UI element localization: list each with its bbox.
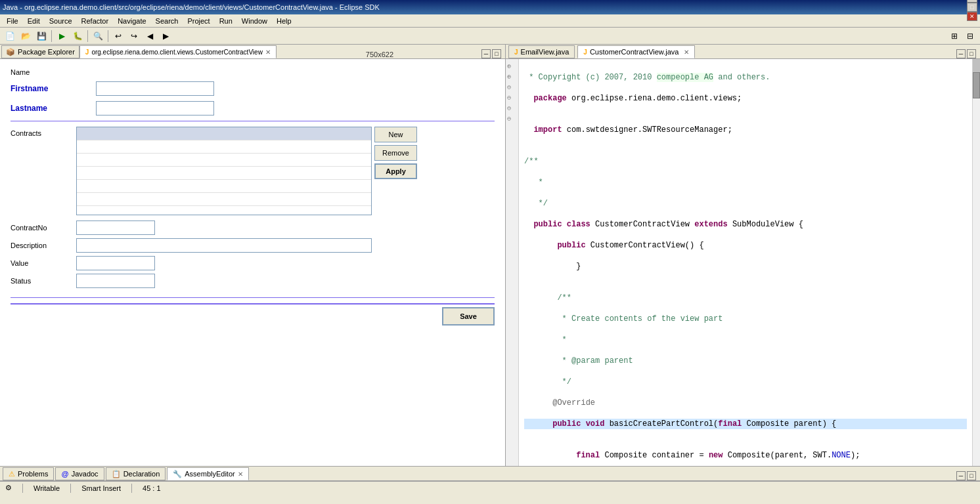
menu-file[interactable]: File [3,16,22,26]
problems-label: Problems [18,470,48,478]
code-line-1: * Copyright (c) 2007, 2010 compeople AG … [524,72,967,83]
toolbar-perspective-button[interactable]: ⊞ [947,29,962,43]
menu-run[interactable]: Run [215,16,236,26]
contracts-list-row-3[interactable] [77,154,371,167]
toolbar-open-button[interactable]: 📂 [18,29,33,43]
save-button[interactable]: Save [442,307,495,326]
tab-close-icon[interactable]: ✕ [265,49,271,56]
max-panel-button[interactable]: □ [492,49,501,58]
right-scrollbar[interactable] [972,59,980,466]
code-line-16: * @param parent [524,356,967,366]
customer-contract-label: CustomerContractView.java [590,48,679,56]
assembly-editor-close[interactable]: ✕ [238,471,243,478]
value-label: Value [11,259,76,267]
status-bar: ⚙ Writable Smart Insert 45 : 1 [0,481,980,494]
contracts-label: Contracts [11,127,76,137]
javadoc-label: Javadoc [72,470,99,478]
toolbar-forward-button[interactable]: ▶ [158,29,173,43]
name-label-row: Name [11,66,495,76]
maximize-button[interactable]: □ [967,3,977,12]
contractno-label: ContractNo [11,224,76,232]
contracts-section: Contracts New Remove [11,127,495,215]
menu-edit[interactable]: Edit [24,16,44,26]
bottom-tabs: ⚠ Problems @ Javadoc 📋 Declaration 🔧 Ass… [0,467,980,481]
firstname-input[interactable] [96,81,214,96]
scrollbar-up[interactable] [973,59,980,72]
code-line-14: * Create contents of the view part [524,314,967,324]
customer-contract-close[interactable]: ✕ [684,49,689,56]
email-view-icon: J [514,49,518,56]
toolbar-debug-button[interactable]: 🐛 [70,29,85,43]
code-area[interactable]: * Copyright (c) 2007, 2010 compeople AG … [519,59,972,466]
toolbar-new-button[interactable]: 📄 [3,29,17,43]
lastname-input[interactable] [96,101,214,116]
code-editor[interactable]: ⊕ ⊕ ⊖ ⊖ ⊖ [506,59,980,466]
new-button[interactable]: New [374,127,417,142]
position-status: 45 : 1 [143,484,161,492]
menu-refactor[interactable]: Refactor [78,16,113,26]
code-line-13: /** [524,293,967,303]
menu-window[interactable]: Window [238,16,271,26]
package-explorer-label: Package Explorer [18,48,75,56]
close-button[interactable]: ✕ [967,12,977,21]
title-bar-title: Java - org.eclipse.riena.demo.client/src… [3,3,380,11]
status-sep-1 [22,484,23,493]
declaration-icon: 📋 [112,470,121,478]
contracts-list-row-4[interactable] [77,167,371,180]
scrollbar-thumb[interactable] [973,72,980,98]
right-max-button[interactable]: □ [967,49,976,58]
toolbar-back-button[interactable]: ◀ [143,29,157,43]
min-panel-button[interactable]: ─ [481,49,491,58]
code-line-21: final Composite container = new Composit… [524,450,967,461]
customer-contract-view-tab[interactable]: J org.eclipse.riena.demo.client.views.Cu… [79,45,277,58]
section-separator-1 [11,121,495,121]
value-input[interactable] [76,256,155,270]
contracts-list-row-5[interactable] [77,180,371,193]
toolbar-undo-button[interactable]: ↩ [111,29,125,43]
assembly-editor-label: AssemblyEditor [185,470,234,478]
package-explorer-tab[interactable]: 📦 Package Explorer [1,45,79,58]
status-input[interactable] [76,274,155,288]
bottom-max-button[interactable]: □ [967,471,976,480]
menu-help[interactable]: Help [273,16,296,26]
email-view-tab[interactable]: J EmailView.java [508,45,575,58]
contracts-list-row-1[interactable] [77,127,371,140]
code-line-6: /** [524,156,967,167]
customer-contract-tab[interactable]: J CustomerContractView.java ✕ [577,45,695,58]
code-line-10: public CustomerContractView() { [524,240,967,251]
toolbar-save-button[interactable]: 💾 [34,29,49,43]
code-line-19: public void basicCreatePartControl(final… [524,419,967,429]
contracts-list-row-6[interactable] [77,193,371,206]
right-min-button[interactable]: ─ [956,49,966,58]
remove-button[interactable]: Remove [374,145,417,161]
code-line-7: * [524,177,967,188]
assembly-editor-tab[interactable]: 🔧 AssemblyEditor ✕ [167,467,248,480]
tab-label: org.eclipse.riena.demo.client.views.Cust… [91,49,262,56]
title-bar: Java - org.eclipse.riena.demo.client/src… [0,0,980,14]
problems-tab[interactable]: ⚠ Problems [3,467,54,480]
firstname-row: Firstname [11,81,495,96]
declaration-tab[interactable]: 📋 Declaration [106,467,166,480]
menu-source[interactable]: Source [45,16,76,26]
menu-navigate[interactable]: Navigate [114,16,150,26]
toolbar-search-button[interactable]: 🔍 [91,29,105,43]
contracts-list-row-2[interactable] [77,140,371,154]
main-area: 📦 Package Explorer J org.eclipse.riena.d… [0,45,980,466]
bottom-min-button[interactable]: ─ [956,471,966,480]
javadoc-tab[interactable]: @ Javadoc [55,467,104,480]
lastname-row: Lastname [11,101,495,116]
menu-project[interactable]: Project [183,16,213,26]
toolbar-run-button[interactable]: ▶ [55,29,69,43]
apply-button[interactable]: Apply [374,163,417,179]
toolbar-redo-button[interactable]: ↪ [127,29,141,43]
contractno-input[interactable] [76,220,155,235]
description-input[interactable] [76,238,372,253]
toolbar-maximize-button[interactable]: ⊟ [963,29,977,43]
name-section-label: Name [11,66,76,76]
contractno-row: ContractNo [11,220,495,235]
insert-mode-status: Smart Insert [81,484,121,492]
code-line-15: * [524,335,967,345]
name-section: Name Firstname Lastname [11,66,495,116]
contracts-list[interactable] [76,127,372,215]
menu-search[interactable]: Search [152,16,183,26]
